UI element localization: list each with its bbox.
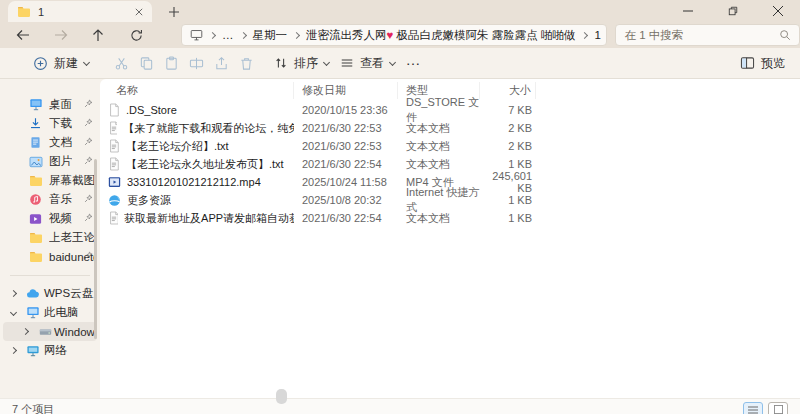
sidebar-item-videos[interactable]: 视频 bbox=[0, 209, 100, 228]
sort-arrows-icon bbox=[274, 56, 288, 70]
navigation-pane: 桌面 下载 文档 图片 屏幕截图 音乐 bbox=[0, 79, 100, 398]
sidebar-item-screenshots[interactable]: 屏幕截图 bbox=[0, 171, 100, 190]
search-icon bbox=[779, 29, 791, 41]
sidebar-item-laowang-folder[interactable]: 上老王论坛当 bbox=[0, 228, 100, 247]
breadcrumb-ellipsis[interactable]: … bbox=[222, 29, 234, 41]
pin-icon bbox=[84, 213, 93, 222]
cut-icon[interactable] bbox=[109, 51, 134, 75]
breadcrumb-chevron-icon bbox=[581, 31, 588, 38]
share-icon[interactable] bbox=[209, 51, 234, 75]
chevron-down-icon bbox=[324, 59, 330, 65]
delete-icon[interactable] bbox=[234, 51, 259, 75]
up-icon[interactable] bbox=[84, 24, 114, 46]
text-file-icon bbox=[108, 211, 118, 225]
pin-icon bbox=[84, 194, 93, 203]
close-button[interactable] bbox=[755, 0, 800, 22]
search-placeholder: 在 1 中搜索 bbox=[624, 28, 779, 43]
pin-icon bbox=[84, 156, 93, 165]
internet-shortcut-icon bbox=[108, 194, 121, 207]
tab-close-icon[interactable] bbox=[132, 5, 146, 19]
view-button[interactable]: 查看 bbox=[335, 51, 401, 75]
sidebar-item-pictures[interactable]: 图片 bbox=[0, 152, 100, 171]
breadcrumb-segment-folder[interactable]: 泄密流出秀人网♥ 极品白虎嫩模阿朱 露脸露点 啪啪做 bbox=[306, 28, 575, 43]
sidebar-item-network[interactable]: 网络 bbox=[0, 341, 100, 360]
paste-icon[interactable] bbox=[159, 51, 184, 75]
heart-icon: ♥ bbox=[387, 29, 394, 41]
preview-button-label: 预览 bbox=[761, 55, 785, 72]
video-icon bbox=[29, 213, 42, 225]
pin-icon bbox=[84, 175, 93, 184]
sort-button[interactable]: 排序 bbox=[269, 51, 335, 75]
explorer-tab[interactable]: 1 bbox=[8, 1, 152, 22]
more-options-icon[interactable]: … bbox=[401, 51, 426, 75]
sort-button-label: 排序 bbox=[294, 55, 318, 72]
file-row[interactable]: 【老王论坛永久地址发布页】.txt 2021/6/30 22:54 文本文档 1… bbox=[100, 155, 800, 173]
rename-icon[interactable] bbox=[184, 51, 209, 75]
chevron-right-icon[interactable] bbox=[10, 347, 17, 354]
breadcrumb-segment-week[interactable]: 星期一 bbox=[253, 28, 288, 43]
copy-icon[interactable] bbox=[134, 51, 159, 75]
file-row[interactable]: .DS_Store 2020/10/15 23:36 DS_STORE 文件 7… bbox=[100, 101, 800, 119]
file-row[interactable]: 【来了就能下载和观看的论坛，纯免费！】.txt 2021/6/30 22:53 … bbox=[100, 119, 800, 137]
file-list: .DS_Store 2020/10/15 23:36 DS_STORE 文件 7… bbox=[100, 101, 800, 227]
details-view-button[interactable] bbox=[743, 402, 763, 414]
new-tab-button[interactable] bbox=[166, 4, 182, 20]
window-controls bbox=[665, 0, 800, 22]
text-file-icon bbox=[108, 157, 120, 171]
folder-icon bbox=[29, 175, 43, 187]
folder-icon bbox=[29, 232, 43, 244]
icons-view-button[interactable] bbox=[768, 402, 788, 414]
breadcrumb-chevron-icon bbox=[293, 31, 300, 38]
sidebar-item-windows-ssd[interactable]: Windows-SSD bbox=[3, 322, 97, 341]
sidebar-scrollbar[interactable] bbox=[94, 159, 97, 339]
chevron-right-icon[interactable] bbox=[22, 328, 29, 335]
network-icon bbox=[26, 345, 40, 357]
sidebar-divider bbox=[10, 275, 90, 276]
preview-pane-icon bbox=[740, 56, 755, 70]
video-file-icon bbox=[108, 176, 121, 188]
chevron-down-icon bbox=[84, 59, 90, 65]
forward-icon[interactable] bbox=[46, 24, 76, 46]
column-header-name[interactable]: 名称 bbox=[108, 82, 294, 99]
sidebar-item-desktop[interactable]: 桌面 bbox=[0, 95, 100, 114]
pin-icon bbox=[84, 232, 93, 241]
chevron-down-icon[interactable] bbox=[10, 309, 17, 316]
file-row[interactable]: 【老王论坛介绍】.txt 2021/6/30 22:53 文本文档 2 KB bbox=[100, 137, 800, 155]
status-bar: 7 个项目 bbox=[0, 398, 800, 414]
file-row[interactable]: 更多资源 2025/10/8 20:32 Internet 快捷方式 1 KB bbox=[100, 191, 800, 209]
document-icon bbox=[29, 136, 42, 149]
minimize-button[interactable] bbox=[665, 0, 710, 22]
sidebar-item-music[interactable]: 音乐 bbox=[0, 190, 100, 209]
sidebar-item-downloads[interactable]: 下载 bbox=[0, 114, 100, 133]
pictures-icon bbox=[29, 156, 43, 168]
search-input[interactable]: 在 1 中搜索 bbox=[615, 24, 800, 46]
pin-icon bbox=[84, 118, 93, 127]
file-row[interactable]: 获取最新地址及APP请发邮箱自动获取.txt 2021/6/30 22:54 文… bbox=[100, 209, 800, 227]
main-area: 桌面 下载 文档 图片 屏幕截图 音乐 bbox=[0, 79, 800, 398]
sidebar-item-documents[interactable]: 文档 bbox=[0, 133, 100, 152]
view-button-label: 查看 bbox=[360, 55, 384, 72]
download-icon bbox=[29, 117, 42, 130]
command-bar: 新建 排序 查看 … bbox=[0, 48, 800, 79]
sidebar-item-wps-cloud[interactable]: WPS云盘 bbox=[0, 284, 100, 303]
chevron-right-icon[interactable] bbox=[10, 290, 17, 297]
scrollbar-thumb[interactable] bbox=[276, 389, 287, 404]
plus-circle-icon bbox=[33, 56, 48, 71]
address-bar[interactable]: … 星期一 泄密流出秀人网♥ 极品白虎嫩模阿朱 露脸露点 啪啪做 1 bbox=[181, 24, 607, 46]
new-button[interactable]: 新建 bbox=[28, 51, 95, 75]
preview-button[interactable]: 预览 bbox=[735, 51, 790, 75]
pin-icon bbox=[84, 251, 93, 260]
text-file-icon bbox=[108, 139, 120, 153]
restore-button[interactable] bbox=[710, 0, 755, 22]
navigation-bar: … 星期一 泄密流出秀人网♥ 极品白虎嫩模阿朱 露脸露点 啪啪做 1 在 1 中… bbox=[0, 22, 800, 48]
sidebar-item-baidunetdisk[interactable]: baidunetdisl bbox=[0, 247, 100, 266]
column-header-size[interactable]: 大小 bbox=[480, 82, 536, 99]
column-header-date[interactable]: 修改日期 bbox=[294, 82, 398, 99]
breadcrumb-chevron-icon bbox=[209, 31, 216, 38]
tab-title: 1 bbox=[38, 6, 132, 18]
breadcrumb-chevron-icon bbox=[239, 31, 246, 38]
refresh-icon[interactable] bbox=[121, 24, 151, 46]
back-icon[interactable] bbox=[8, 24, 38, 46]
sidebar-item-this-pc[interactable]: 此电脑 bbox=[0, 303, 100, 322]
breadcrumb-segment-current[interactable]: 1 bbox=[594, 29, 600, 41]
